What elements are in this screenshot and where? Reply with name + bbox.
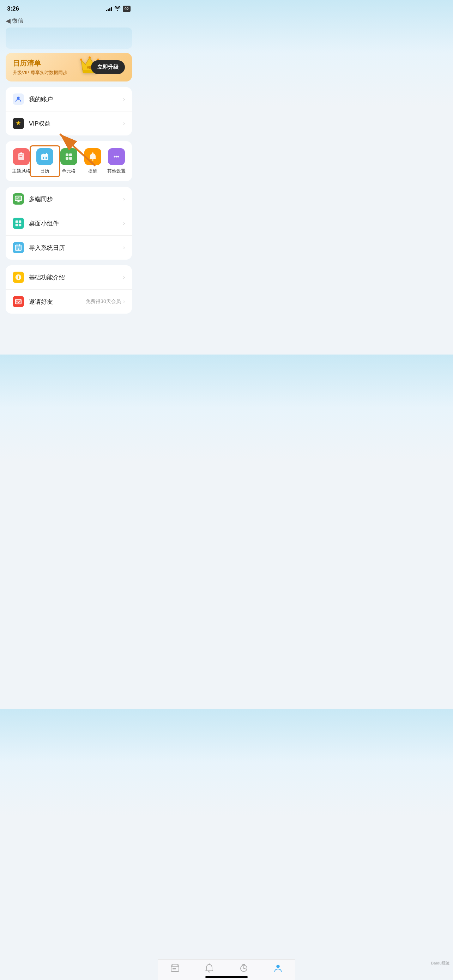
svg-point-4 (80, 59, 82, 60)
intro-icon (13, 272, 24, 283)
svg-point-10 (20, 153, 22, 154)
status-time: 3:26 (7, 5, 19, 12)
svg-point-25 (118, 156, 119, 158)
svg-rect-40 (16, 299, 22, 304)
svg-point-23 (114, 156, 116, 158)
invite-label: 邀请好友 (29, 298, 86, 306)
import-icon (13, 242, 24, 253)
intro-chevron: › (123, 274, 125, 280)
annotation-arrow (39, 106, 102, 173)
sync-icon (13, 193, 24, 205)
other-settings-icon (108, 148, 125, 165)
svg-rect-30 (16, 221, 18, 223)
status-icons: 92 (106, 6, 130, 12)
vip-chevron: › (123, 120, 125, 127)
intro-item[interactable]: 基础功能介绍 › (6, 265, 132, 290)
features-menu-card: 基础功能介绍 › 邀请好友 免费得30天会员 › (6, 265, 132, 313)
top-banner (6, 27, 132, 49)
back-button[interactable]: ◀ 微信 (6, 17, 23, 25)
vip-icon (13, 118, 24, 129)
wifi-icon (114, 6, 121, 12)
account-chevron: › (123, 96, 125, 102)
battery-indicator: 92 (123, 6, 130, 12)
svg-line-27 (60, 134, 95, 166)
import-calendar-item[interactable]: 导入系统日历 › (6, 235, 132, 259)
other-settings-label: 其他设置 (107, 168, 126, 174)
svg-rect-8 (19, 154, 23, 155)
intro-label: 基础功能介绍 (29, 274, 123, 282)
svg-rect-9 (19, 156, 22, 157)
back-arrow-icon: ◀ (6, 17, 11, 25)
svg-point-2 (89, 56, 91, 59)
sync-chevron: › (123, 196, 125, 202)
widget-chevron: › (123, 220, 125, 226)
svg-rect-32 (16, 224, 18, 226)
sync-menu-card: 多端同步 › 桌面小组件 › (6, 187, 132, 259)
multi-sync-label: 多端同步 (29, 195, 123, 203)
invite-chevron: › (123, 298, 125, 305)
signal-icon (106, 6, 112, 11)
invite-icon (13, 296, 24, 307)
svg-point-6 (17, 97, 19, 99)
widget-icon (13, 218, 24, 229)
import-chevron: › (123, 245, 125, 251)
svg-point-24 (116, 156, 118, 158)
invite-sub: 免费得30天会员 (86, 298, 121, 305)
vip-banner[interactable]: 日历清单 升级VIP·尊享实时数据同步 VIP 立即升级 (6, 53, 132, 81)
import-label: 导入系统日历 (29, 244, 123, 252)
back-nav: ◀ 微信 (0, 16, 138, 27)
theme-label: 主题风格 (12, 168, 30, 174)
widget-label: 桌面小组件 (29, 220, 123, 228)
theme-style-item[interactable]: 主题风格 (9, 148, 33, 174)
multi-sync-item[interactable]: 多端同步 › (6, 187, 132, 211)
account-icon (13, 94, 24, 105)
upgrade-button[interactable]: 立即升级 (91, 60, 125, 74)
account-label: 我的账户 (29, 95, 123, 103)
invite-friends-item[interactable]: 邀请好友 免费得30天会员 › (6, 290, 132, 313)
widget-item[interactable]: 桌面小组件 › (6, 211, 132, 235)
theme-icon (13, 148, 30, 165)
other-settings-item[interactable]: 其他设置 (105, 148, 129, 174)
back-label: 微信 (12, 17, 23, 25)
svg-rect-33 (19, 224, 21, 226)
svg-rect-31 (19, 221, 21, 223)
status-bar: 3:26 92 (0, 0, 138, 16)
